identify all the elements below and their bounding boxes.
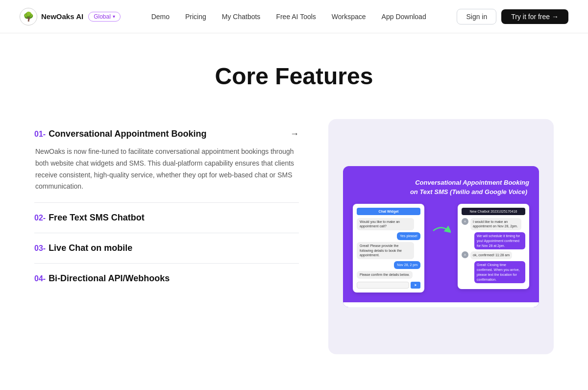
feature-item-3: 03- Live Chat on mobile [34,233,299,264]
nav-item-app-download[interactable]: App Download [375,10,433,24]
page-title: Core Features [34,63,554,90]
sms-avatar-1: A [462,218,468,225]
sms-row-3: A ok, confirmed! 11:28 am [462,251,525,259]
navbar: 🌳 NewOaks AI Global ▾ Demo Pricing My Ch… [0,0,588,33]
feature-num-2: 02- [34,214,46,222]
sms-row-1: A I would like to make an appointment on… [462,218,525,231]
chat-windows: Chat Widget Would you like to make an ap… [353,204,529,292]
arrow-right-icon: → [290,129,299,139]
logo-icon: 🌳 [20,8,37,25]
nav-item-demo[interactable]: Demo [145,10,176,24]
brand-name: NewOaks AI [41,12,83,21]
chevron-down-icon: ▾ [113,14,115,19]
chat-input-bar: ➤ [357,282,420,289]
feature-header-1[interactable]: 01- Conversational Appointment Booking → [34,129,299,139]
sign-in-button[interactable]: Sign in [457,9,496,24]
sms-chat-window: New Chatbot 20231025170416 A I would lik… [458,204,529,290]
feature-title-wrap-3: 03- Live Chat on mobile [34,243,132,253]
feature-title-1: Conversational Appointment Booking [49,129,206,139]
sms-avatar-2: A [462,251,468,258]
features-list: 01- Conversational Appointment Booking →… [34,119,299,293]
arrow-connector [429,204,453,238]
navbar-right: Sign in Try it for free → [457,9,568,24]
chat-msg-2: Yes please! [357,232,420,240]
demo-box-footer [343,302,539,307]
feature-desc-1: NewOaks is now fine-tuned to facilitate … [34,146,299,193]
chat-win1-header: Chat Widget [357,208,420,215]
main-nav: Demo Pricing My Chatbots Free AI Tools W… [145,10,433,24]
global-selector[interactable]: Global ▾ [88,12,121,22]
chat-input-mock[interactable] [357,282,409,289]
nav-item-free-ai-tools[interactable]: Free AI Tools [269,10,322,24]
navbar-left: 🌳 NewOaks AI Global ▾ [20,8,121,25]
feature-title-4: Bi-Directional API/Webhooks [49,273,170,284]
feature-header-3[interactable]: 03- Live Chat on mobile [34,243,299,253]
sms-row-2: We will schedule it timing for you! Appo… [462,232,525,249]
feature-header-4[interactable]: 04- Bi-Directional API/Webhooks [34,273,299,284]
chat-msg-3: Great! Please provide the following deta… [357,242,420,259]
chat-send-btn[interactable]: ➤ [411,282,420,289]
feature-num-3: 03- [34,244,46,253]
sms-header: New Chatbot 20231025170416 [462,208,525,215]
try-free-button[interactable]: Try it for free → [501,9,568,24]
feature-title-wrap-4: 04- Bi-Directional API/Webhooks [34,273,170,284]
chat-msg-5: Please confirm the details below. [357,271,420,279]
feature-title-wrap-2: 02- Free Text SMS Chatbot [34,213,145,223]
feature-title-3: Live Chat on mobile [49,243,132,253]
website-chat-window: Chat Widget Would you like to make an ap… [353,204,424,292]
chat-msg-4: Nov 28, 2 pm [357,261,420,269]
nav-item-pricing[interactable]: Pricing [178,10,213,24]
feature-title-wrap-1: 01- Conversational Appointment Booking [34,129,206,139]
main-content: Core Features 01- Conversational Appoint… [15,33,573,390]
chat-msg-1: Would you like to make an appointment ca… [357,218,420,231]
nav-item-my-chatbots[interactable]: My Chatbots [215,10,268,24]
feature-item-1: 01- Conversational Appointment Booking →… [34,119,299,203]
preview-card: Conversational Appointment Booking on Te… [328,119,554,354]
logo-wrap: 🌳 NewOaks AI [20,8,83,25]
demo-label-wrap: Conversational Appointment Booking on Te… [353,178,529,196]
demo-box: Conversational Appointment Booking on Te… [343,166,539,307]
demo-inner: Conversational Appointment Booking on Te… [343,166,539,302]
features-layout: 01- Conversational Appointment Booking →… [34,119,554,354]
feature-item-2: 02- Free Text SMS Chatbot [34,203,299,233]
nav-item-workspace[interactable]: Workspace [325,10,373,24]
feature-item-4: 04- Bi-Directional API/Webhooks [34,264,299,293]
feature-title-2: Free Text SMS Chatbot [49,213,145,223]
feature-num-1: 01- [34,130,46,139]
sms-row-4: Great! Closing time confirmed. When you … [462,261,525,283]
arrow-connect-icon [431,223,451,238]
feature-num-4: 04- [34,274,46,283]
demo-label: Conversational Appointment Booking on Te… [410,179,529,195]
feature-header-2[interactable]: 02- Free Text SMS Chatbot [34,213,299,223]
